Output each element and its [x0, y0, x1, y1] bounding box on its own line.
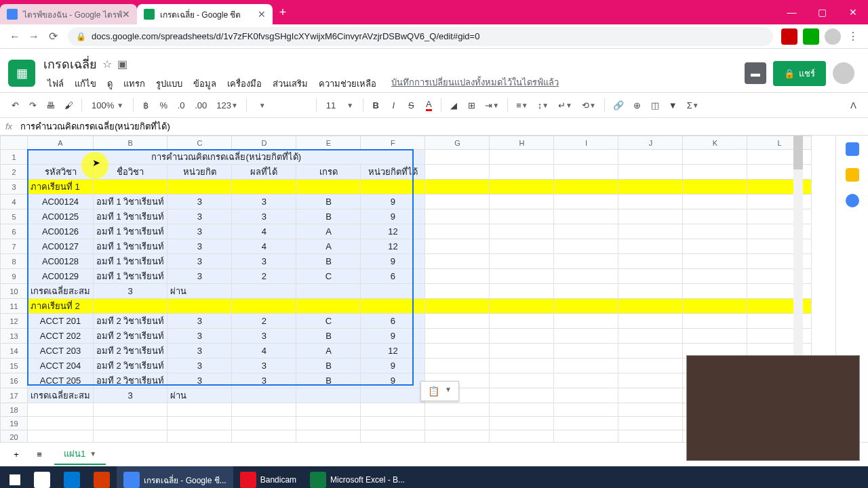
cell[interactable] [425, 344, 490, 359]
taskbar-item[interactable]: Microsoft Excel - B... [303, 466, 412, 488]
cell[interactable] [167, 430, 232, 443]
share-button[interactable]: 🔒 แชร์ [773, 61, 826, 86]
cell[interactable] [683, 254, 747, 269]
cell[interactable] [490, 165, 554, 180]
cell[interactable]: AC00126 [28, 224, 94, 239]
all-sheets-button[interactable]: ≡ [31, 447, 47, 462]
cell[interactable] [554, 254, 618, 269]
cell[interactable] [490, 314, 554, 329]
cell[interactable]: 6 [361, 314, 425, 329]
tab-close-icon[interactable]: ✕ [122, 9, 130, 20]
cell[interactable] [296, 299, 361, 314]
chart-button[interactable]: ◫ [647, 98, 663, 113]
cell[interactable] [425, 224, 490, 239]
browser-tab[interactable]: เกรดเฉลี่ย - Google ชีต✕ [137, 4, 273, 24]
cell[interactable] [683, 269, 747, 284]
cell[interactable] [554, 284, 618, 299]
cell[interactable] [232, 299, 296, 314]
cell[interactable]: 3 [167, 344, 232, 359]
cell[interactable] [618, 329, 683, 344]
cell[interactable]: อมที 1 วิชาเรียนท์ [94, 239, 167, 254]
cell[interactable] [683, 314, 747, 329]
cell[interactable] [232, 180, 296, 195]
cell[interactable] [28, 417, 94, 430]
cell[interactable]: 3 [232, 195, 296, 209]
cell[interactable] [490, 195, 554, 209]
cell[interactable] [425, 209, 490, 224]
extension-icon[interactable] [781, 28, 797, 45]
cell[interactable] [683, 284, 747, 299]
cell[interactable] [554, 430, 618, 443]
cell[interactable] [683, 195, 747, 209]
row-header[interactable]: 6 [1, 224, 28, 239]
cell[interactable]: ผ่าน [167, 284, 232, 299]
cell[interactable] [490, 224, 554, 239]
col-header[interactable]: B [94, 136, 167, 150]
cell[interactable] [618, 359, 683, 373]
cell[interactable]: เกรดเฉลี่ยสะสม [28, 284, 94, 299]
sheets-logo-icon[interactable]: ▦ [8, 60, 35, 87]
cell[interactable]: ACCT 205 [28, 373, 94, 388]
cell[interactable]: 9 [361, 209, 425, 224]
cell[interactable]: 3 [232, 209, 296, 224]
borders-button[interactable]: ⊞ [463, 98, 479, 113]
cell[interactable]: B [296, 254, 361, 269]
cell[interactable]: ภาคเรียนที่ 1 [28, 180, 94, 195]
row-header[interactable]: 1 [1, 150, 28, 165]
cell[interactable] [490, 373, 554, 388]
text-color-button[interactable]: A [420, 96, 437, 114]
cell[interactable]: 3 [167, 254, 232, 269]
cell[interactable] [167, 417, 232, 430]
col-header[interactable]: C [167, 136, 232, 150]
cell[interactable]: AC00127 [28, 239, 94, 254]
cell[interactable]: อมที 1 วิชาเรียนท์ [94, 269, 167, 284]
row-header[interactable]: 3 [1, 180, 28, 195]
fill-color-button[interactable]: ◢ [446, 98, 462, 113]
cell[interactable] [361, 388, 425, 403]
menu-item[interactable]: ความช่วยเหลือ [315, 75, 380, 92]
row-header[interactable]: 5 [1, 209, 28, 224]
cell[interactable] [296, 417, 361, 430]
cell[interactable]: 3 [232, 359, 296, 373]
cell[interactable]: 3 [232, 254, 296, 269]
strike-button[interactable]: S [403, 98, 419, 113]
cell[interactable] [683, 239, 747, 254]
cell[interactable]: 3 [167, 195, 232, 209]
cell[interactable] [554, 165, 618, 180]
cell[interactable] [554, 373, 618, 388]
cell[interactable]: 3 [232, 373, 296, 388]
row-header[interactable]: 11 [1, 299, 28, 314]
profile-icon[interactable] [825, 28, 841, 45]
cell[interactable] [554, 388, 618, 403]
cell[interactable] [425, 314, 490, 329]
col-header[interactable]: J [618, 136, 683, 150]
cell[interactable]: AC00128 [28, 254, 94, 269]
col-header[interactable]: A [28, 136, 94, 150]
cell[interactable]: รหัสวิชา [28, 165, 94, 180]
cell[interactable] [554, 417, 618, 430]
taskbar-item[interactable] [27, 466, 57, 488]
cell[interactable] [361, 284, 425, 299]
row-header[interactable]: 18 [1, 403, 28, 417]
cell[interactable] [94, 417, 167, 430]
cell[interactable]: อมที 1 วิชาเรียนท์ [94, 209, 167, 224]
cell[interactable] [94, 430, 167, 443]
cell[interactable] [490, 150, 554, 165]
cell[interactable] [296, 284, 361, 299]
cell[interactable]: 3 [167, 209, 232, 224]
cell[interactable] [490, 254, 554, 269]
cell[interactable] [425, 329, 490, 344]
cell[interactable] [618, 430, 683, 443]
tab-close-icon[interactable]: ✕ [258, 9, 266, 20]
cell[interactable] [167, 403, 232, 417]
cell[interactable] [683, 165, 747, 180]
cell[interactable]: C [296, 269, 361, 284]
cell[interactable]: 4 [232, 239, 296, 254]
cell[interactable]: ACCT 202 [28, 329, 94, 344]
row-header[interactable]: 13 [1, 329, 28, 344]
cell[interactable] [554, 403, 618, 417]
cell[interactable]: B [296, 329, 361, 344]
row-header[interactable]: 16 [1, 373, 28, 388]
taskbar-item[interactable] [57, 466, 87, 488]
taskbar-item[interactable]: Bandicam [233, 466, 303, 488]
